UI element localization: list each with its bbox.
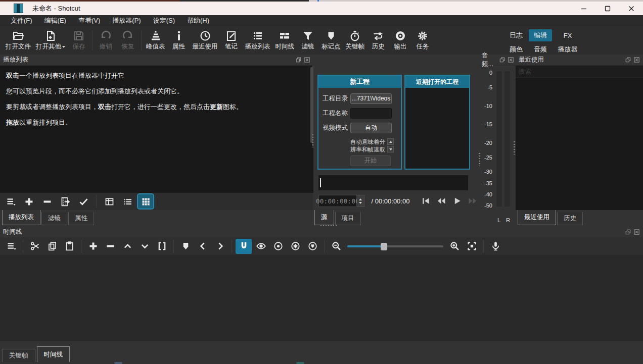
toolbar-peak-meter[interactable]: 峰值表 bbox=[144, 28, 168, 53]
menu-file[interactable]: 文件(F) bbox=[5, 15, 38, 26]
toolbar-redo[interactable]: 恢复 bbox=[117, 28, 139, 53]
tab-source[interactable]: 源 bbox=[314, 210, 334, 225]
maximize-button[interactable] bbox=[595, 2, 619, 15]
cut-button[interactable] bbox=[27, 239, 43, 254]
view-icons-button[interactable] bbox=[138, 194, 153, 209]
menu-settings[interactable]: 设定(S) bbox=[148, 15, 180, 26]
toolbar-notes[interactable]: 笔记 bbox=[220, 28, 243, 53]
timeline-zoom-slider[interactable] bbox=[347, 239, 443, 254]
toolbar-recent[interactable]: 最近使用 bbox=[190, 28, 220, 53]
timeline-menu-button[interactable] bbox=[3, 239, 19, 254]
splitter-handle[interactable] bbox=[514, 141, 515, 154]
ripple-all-tracks-button[interactable] bbox=[287, 239, 303, 254]
view-tiles-button[interactable] bbox=[120, 194, 135, 209]
timecode-spinner[interactable] bbox=[357, 195, 364, 207]
slider-handle[interactable] bbox=[381, 243, 387, 250]
toolbar-export[interactable]: 输出 bbox=[389, 28, 411, 53]
tab-keyframes[interactable]: 关键帧 bbox=[2, 349, 35, 362]
ripple-markers-button[interactable] bbox=[304, 239, 320, 254]
close-panel-icon[interactable] bbox=[508, 57, 514, 63]
zoom-fit-button[interactable] bbox=[464, 239, 480, 254]
skip-to-start-button[interactable] bbox=[418, 194, 433, 207]
close-panel-icon[interactable] bbox=[633, 229, 640, 235]
ripple-delete-button[interactable] bbox=[102, 239, 118, 254]
close-panel-icon[interactable] bbox=[633, 57, 640, 63]
toolbar-history[interactable]: 历史 bbox=[367, 28, 389, 53]
split-button[interactable] bbox=[154, 239, 170, 254]
fast-forward-button[interactable] bbox=[465, 194, 480, 207]
tab-properties[interactable]: 属性 bbox=[68, 212, 94, 225]
search-input[interactable] bbox=[516, 66, 643, 77]
timeline-tracks[interactable] bbox=[0, 255, 643, 341]
snap-toggle-button[interactable] bbox=[236, 239, 252, 254]
playlist-update-button[interactable] bbox=[58, 194, 73, 209]
layout-player[interactable]: 播放器 bbox=[553, 43, 582, 56]
float-panel-icon[interactable] bbox=[625, 57, 631, 63]
tab-project[interactable]: 项目 bbox=[335, 212, 361, 225]
timecode-field[interactable]: 00:00:00:00 bbox=[318, 195, 357, 207]
scrub-while-dragging-button[interactable] bbox=[253, 239, 269, 254]
menu-edit[interactable]: 编辑(E) bbox=[39, 15, 72, 26]
append-button[interactable] bbox=[85, 239, 101, 254]
tab-history[interactable]: 历史 bbox=[557, 212, 583, 225]
toolbar-playlist[interactable]: 播放列表 bbox=[243, 28, 273, 53]
project-name-input[interactable] bbox=[350, 108, 392, 119]
toolbar-open-file[interactable]: 打开文件 bbox=[3, 28, 33, 53]
paste-button[interactable] bbox=[61, 239, 77, 254]
toolbar-jobs[interactable]: 任务 bbox=[411, 28, 434, 53]
toolbar-keyframes[interactable]: 关键帧 bbox=[343, 28, 368, 53]
layout-logging[interactable]: 日志 bbox=[504, 29, 528, 41]
layout-audio[interactable]: 音频 bbox=[529, 43, 552, 56]
zoom-out-button[interactable] bbox=[328, 239, 344, 254]
tab-filters[interactable]: 滤镜 bbox=[41, 212, 67, 225]
video-mode-button[interactable]: 自动 bbox=[350, 123, 392, 133]
start-button[interactable]: 开始 bbox=[350, 155, 391, 166]
layout-color[interactable]: 颜色 bbox=[504, 43, 528, 56]
rewind-button[interactable] bbox=[433, 194, 449, 207]
tab-recent[interactable]: 最近使用 bbox=[518, 210, 556, 225]
layout-fx[interactable]: FX bbox=[553, 29, 582, 41]
minimize-button[interactable] bbox=[572, 2, 595, 15]
view-details-button[interactable] bbox=[102, 194, 117, 209]
toolbar-filters[interactable]: 滤镜 bbox=[297, 28, 319, 53]
spin-down-button[interactable] bbox=[387, 146, 394, 152]
close-panel-icon[interactable] bbox=[304, 57, 310, 63]
play-button[interactable] bbox=[449, 194, 465, 207]
playlist-append-button[interactable] bbox=[21, 194, 36, 209]
toolbar-undo[interactable]: 撤销 bbox=[95, 28, 117, 53]
previous-marker-button[interactable] bbox=[195, 239, 211, 254]
toolbar-markers[interactable]: 标记点 bbox=[319, 28, 343, 53]
toolbar-properties[interactable]: 属性 bbox=[168, 28, 190, 53]
eye-icon bbox=[256, 241, 266, 251]
spin-up-button[interactable] bbox=[387, 138, 394, 145]
float-panel-icon[interactable] bbox=[295, 57, 302, 63]
project-dir-button[interactable]: ...7371\Videos bbox=[350, 93, 392, 104]
record-audio-button[interactable] bbox=[487, 239, 503, 254]
player-seekbar[interactable] bbox=[318, 175, 468, 190]
toolbar-open-other[interactable]: 打开其他 bbox=[33, 28, 68, 53]
ripple-toggle-button[interactable] bbox=[270, 239, 286, 254]
playlist-add-all-button[interactable] bbox=[76, 194, 91, 209]
playlist-menu-button[interactable] bbox=[3, 194, 18, 209]
menu-help[interactable]: 帮助(H) bbox=[181, 15, 215, 26]
float-panel-icon[interactable] bbox=[499, 57, 506, 63]
recent-file-list[interactable] bbox=[516, 78, 643, 210]
overwrite-button[interactable] bbox=[136, 239, 153, 254]
playlist-remove-button[interactable] bbox=[39, 194, 55, 209]
menu-view[interactable]: 查看(V) bbox=[73, 15, 106, 26]
tab-timeline[interactable]: 时间线 bbox=[37, 346, 70, 362]
tab-playlist[interactable]: 播放列表 bbox=[2, 210, 40, 225]
menu-player[interactable]: 播放器(P) bbox=[107, 15, 146, 26]
create-marker-button[interactable] bbox=[177, 239, 194, 254]
close-button[interactable] bbox=[619, 2, 643, 15]
next-marker-button[interactable] bbox=[212, 239, 228, 254]
layout-editing[interactable]: 编辑 bbox=[529, 29, 552, 41]
zoom-in-button[interactable] bbox=[446, 239, 463, 254]
copy-button[interactable] bbox=[44, 239, 60, 254]
toolbar-timeline[interactable]: 时间线 bbox=[273, 28, 297, 53]
toolbar-save[interactable]: 保存 bbox=[68, 28, 90, 53]
float-panel-icon[interactable] bbox=[625, 229, 631, 235]
lift-button[interactable] bbox=[119, 239, 135, 254]
recent-projects-list[interactable] bbox=[405, 88, 469, 169]
grid-view-icon bbox=[141, 196, 151, 207]
